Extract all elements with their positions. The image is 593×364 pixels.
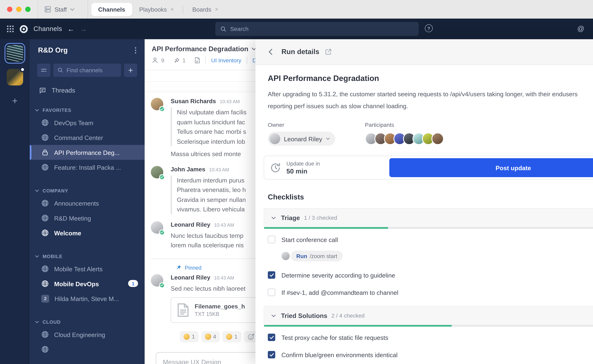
pinned-label[interactable]: Pinned — [185, 265, 201, 271]
reaction-ok-hand[interactable]: 1 — [222, 331, 241, 342]
checkbox[interactable] — [268, 236, 275, 243]
close-window-button[interactable] — [7, 7, 12, 12]
sidebar-item-devops-team[interactable]: DevOps Team — [30, 115, 145, 130]
sidebar-item-hilda-martin-group-dm[interactable]: 2 Hilda Martin, Steve M... — [30, 291, 145, 306]
channel-files-icon[interactable] — [195, 57, 200, 64]
message-input[interactable]: Message UX Design — [156, 352, 255, 364]
section-cloud[interactable]: CLOUD — [30, 317, 145, 327]
post-update-button[interactable]: Post update — [389, 158, 593, 177]
search-input[interactable]: Search — [215, 22, 419, 36]
run-title: API Performance Degradation — [268, 74, 593, 83]
avatar[interactable] — [151, 274, 163, 286]
help-button[interactable]: ? — [425, 24, 433, 32]
server-icon — [44, 6, 51, 13]
pin-icon[interactable] — [173, 57, 180, 63]
update-timer-icon — [270, 162, 281, 173]
avatar[interactable] — [151, 221, 163, 234]
minimize-window-button[interactable] — [16, 7, 21, 12]
tab-playbooks[interactable]: Playbooks × — [132, 3, 181, 16]
message-author[interactable]: John James — [171, 166, 205, 172]
close-tab-icon[interactable]: × — [215, 6, 218, 12]
sidebar-item-mobile-test-alerts[interactable]: Mobile Test Alerts — [30, 261, 145, 276]
section-favorites[interactable]: FAVORITES — [30, 105, 145, 115]
update-due-value: 50 min — [287, 167, 320, 175]
team-sidebar: + — [0, 39, 30, 364]
checklist-item: Test proxy cache for static file request… — [268, 334, 593, 341]
command-text: /zoom start — [310, 253, 337, 259]
server-selector[interactable]: Staff — [38, 6, 80, 13]
message-timestamp: 10:43 AM — [220, 99, 240, 104]
globe-icon — [41, 163, 49, 171]
tab-channels[interactable]: Channels — [91, 3, 132, 16]
sidebar-item-threads[interactable]: Threads — [30, 77, 145, 94]
checkbox[interactable] — [268, 351, 275, 358]
sidebar-item-partial[interactable] — [30, 342, 145, 357]
close-tab-icon[interactable]: × — [171, 6, 174, 12]
checklist-section-header[interactable]: Triage 1 / 3 checked — [264, 208, 593, 228]
checkbox[interactable] — [268, 334, 275, 341]
member-count[interactable]: 9 — [161, 57, 164, 63]
members-icon[interactable] — [152, 57, 158, 64]
channel-label: Feature: Install Packa ... — [54, 164, 121, 171]
message-text: Nunc lectus faucibus temp lorem nulla sc… — [171, 231, 244, 250]
checkbox[interactable] — [268, 289, 275, 296]
product-switcher-icon[interactable] — [7, 25, 14, 33]
reaction-thumbs-up[interactable]: 1 — [180, 331, 199, 342]
avatar[interactable] — [151, 98, 163, 110]
avatar[interactable] — [432, 133, 444, 145]
maximize-window-button[interactable] — [25, 7, 31, 12]
search-placeholder: Search — [230, 26, 249, 32]
pinned-pin-icon — [176, 265, 181, 271]
find-channels-input[interactable]: Find channels — [53, 64, 121, 77]
message-author[interactable]: Leonard Riley — [171, 221, 210, 228]
reaction-clap[interactable]: 4 — [201, 331, 220, 342]
section-mobile[interactable]: MOBILE — [30, 251, 145, 261]
checklist-section-header[interactable]: Tried Solutions 2 / 4 checked — [264, 306, 593, 325]
sidebar-item-welcome[interactable]: Welcome — [30, 226, 145, 240]
pin-count[interactable]: 1 — [182, 57, 186, 63]
message-author[interactable]: Susan Richards — [171, 98, 216, 104]
file-attachment[interactable]: Filename_goes_h TXT 15KB — [171, 297, 255, 323]
server-name: Staff — [54, 6, 67, 13]
avatar[interactable] — [151, 166, 163, 178]
sidebar-item-api-performance-degradation[interactable]: API Performance Deg... — [30, 145, 145, 160]
globe-icon — [41, 199, 49, 207]
checkbox[interactable] — [268, 271, 275, 279]
team-icon-active[interactable] — [5, 43, 25, 64]
tab-label: Channels — [98, 6, 125, 13]
message: Susan Richards 10:43 AM Nisl vulputate d… — [151, 98, 255, 159]
channel-tab-ui-inventory[interactable]: UI Inventory — [211, 57, 241, 63]
open-external-icon[interactable] — [325, 49, 331, 55]
mentions-icon[interactable]: @ — [577, 25, 584, 33]
add-reaction-button[interactable] — [244, 331, 255, 342]
sidebar-item-cloud-engineering[interactable]: Cloud Engineering — [30, 327, 145, 342]
owner-selector[interactable]: Leonard Riley — [268, 132, 335, 146]
sidebar-item-announcements[interactable]: Announcements — [30, 196, 145, 211]
tab-boards[interactable]: Boards × — [185, 3, 225, 16]
add-team-button[interactable]: + — [0, 95, 30, 106]
team-icon[interactable] — [7, 69, 23, 85]
team-menu-kebab-icon[interactable] — [135, 47, 136, 54]
team-name[interactable]: R&D Org — [38, 46, 68, 54]
message-author[interactable]: Leonard Riley — [171, 274, 210, 281]
channel-filter-button[interactable] — [37, 64, 51, 77]
history-back-button[interactable]: ← — [67, 25, 74, 32]
section-company[interactable]: COMPANY — [30, 186, 145, 196]
globe-icon — [41, 134, 49, 141]
back-chevron-icon[interactable] — [269, 49, 272, 55]
file-icon — [177, 302, 189, 318]
channel-tab-truncated[interactable]: Des — [252, 57, 255, 63]
run-command-button[interactable]: Run /zoom start — [291, 251, 343, 261]
online-status-badge — [159, 229, 165, 235]
history-forward-button[interactable]: → — [80, 25, 87, 32]
sidebar-item-mobile-devops[interactable]: Mobile DevOps 1 — [30, 276, 145, 291]
add-channel-button[interactable]: + — [124, 64, 137, 77]
sidebar-item-rd-meeting[interactable]: R&D Meeting — [30, 211, 145, 225]
avatar — [281, 252, 290, 260]
channel-title-menu[interactable]: API Performance Degradation — [152, 45, 255, 53]
sidebar-item-feature-install-package[interactable]: Feature: Install Packa ... — [30, 160, 145, 175]
owner-label: Owner — [268, 122, 365, 128]
tab-label: Boards — [192, 6, 211, 13]
sidebar-item-command-center[interactable]: Command Center — [30, 130, 145, 145]
globe-icon — [41, 280, 49, 287]
